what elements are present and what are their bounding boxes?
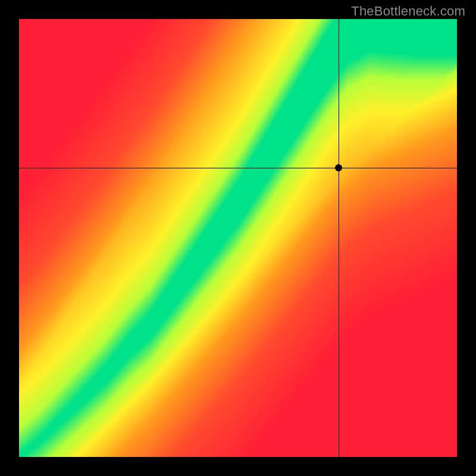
heatmap-plot <box>19 19 457 457</box>
heatmap-canvas <box>19 19 457 457</box>
crosshair-horizontal <box>19 168 457 168</box>
watermark-text: TheBottleneck.com <box>351 4 465 19</box>
chart-frame: TheBottleneck.com <box>0 0 476 476</box>
crosshair-vertical <box>339 19 339 457</box>
selected-point-marker <box>335 164 342 171</box>
